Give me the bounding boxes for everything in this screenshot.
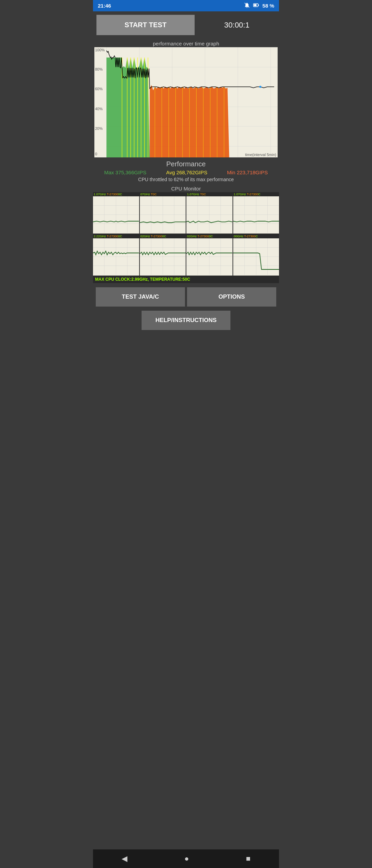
cpu-mini-graph-5 <box>140 238 186 275</box>
cpu-mini-graph-4 <box>93 238 139 275</box>
y-label-20: 20% <box>95 126 103 131</box>
graph-title: performance over time graph <box>94 39 278 47</box>
cpu-grid: 1.07GHz T-273000C 07GHz T0C <box>93 192 279 276</box>
cpu-mini-graph-1 <box>140 196 186 233</box>
cpu-cell-0-header: 1.07GHz T-273000C <box>93 192 139 196</box>
bottom-spacer <box>93 335 279 362</box>
cpu-mini-graph-6 <box>186 238 232 275</box>
svg-point-38 <box>259 86 261 88</box>
cpu-cell-6: 02GHz T-273000C <box>186 234 232 276</box>
y-label-40: 40% <box>95 107 103 111</box>
cpu-monitor-title: CPU Monitor <box>93 185 279 192</box>
y-label-100: 100% <box>95 48 105 52</box>
cpu-cell-5-header: 02GHz T-273000C <box>140 234 186 238</box>
perf-section: Performance Max 375,366GIPS Avg 268,762G… <box>93 157 279 184</box>
start-test-button[interactable]: START TEST <box>96 15 195 35</box>
cpu-mini-graph-0 <box>93 196 139 233</box>
cpu-cell-5: 02GHz T-273000C <box>140 234 186 276</box>
cpu-cell-4: 2.22GHz T-273000C <box>93 234 139 276</box>
cpu-cell-6-header: 02GHz T-273000C <box>186 234 232 238</box>
cpu-cell-3: 1.07GHz T-27300C <box>233 192 279 234</box>
battery-percent: 58 % <box>262 3 274 9</box>
y-label-60: 60% <box>95 87 103 91</box>
cpu-cell-1: 07GHz T0C <box>140 192 186 234</box>
cpu-mini-graph-3 <box>233 196 279 233</box>
cpu-max-info: MAX CPU CLOCK:2.99GHz, TEMPERATURE:50C <box>93 276 279 283</box>
performance-graph <box>94 47 278 157</box>
cpu-cell-2: 1.07GHz T0C <box>186 192 232 234</box>
perf-stats: Max 375,366GIPS Avg 268,762GIPS Min 223,… <box>94 169 278 175</box>
cpu-cell-4-header: 2.22GHz T-273000C <box>93 234 139 238</box>
top-controls: START TEST 30:00:1 <box>93 11 279 39</box>
buttons-row: TEST JAVA/C OPTIONS <box>93 283 279 309</box>
test-java-c-button[interactable]: TEST JAVA/C <box>96 287 185 307</box>
perf-title: Performance <box>94 160 278 168</box>
stat-min: Min 223,718GIPS <box>227 169 268 175</box>
battery-icon <box>253 2 260 9</box>
timer-display: 30:00:1 <box>198 21 276 30</box>
cpu-cell-0: 1.07GHz T-273000C <box>93 192 139 234</box>
stat-max: Max 375,366GIPS <box>104 169 147 175</box>
stat-avg: Avg 268,762GIPS <box>166 169 207 175</box>
x-label: time(interval 5min) <box>245 153 276 157</box>
cpu-cell-7: 00GHz T-27300C <box>233 234 279 276</box>
help-btn-row: HELP/INSTRUCTIONS <box>93 309 279 335</box>
help-instructions-button[interactable]: HELP/INSTRUCTIONS <box>142 311 230 330</box>
options-button[interactable]: OPTIONS <box>187 287 276 307</box>
y-label-80: 80% <box>95 67 103 71</box>
cpu-cell-3-header: 1.07GHz T-27300C <box>233 192 279 196</box>
cpu-mini-graph-2 <box>186 196 232 233</box>
status-bar: 21:46 58 % <box>93 0 279 11</box>
bell-icon <box>244 2 250 9</box>
cpu-monitor-section: CPU Monitor 1.07GHz T-273000C 07GHz <box>93 184 279 283</box>
cpu-cell-2-header: 1.07GHz T0C <box>186 192 232 196</box>
cpu-mini-graph-7 <box>233 238 279 275</box>
svg-rect-2 <box>254 4 257 6</box>
y-label-0: 0 <box>95 152 97 156</box>
perf-throttle: CPU throttled to 62% of its max performa… <box>94 177 278 182</box>
cpu-cell-1-header: 07GHz T0C <box>140 192 186 196</box>
time-display: 21:46 <box>98 3 111 9</box>
status-right: 58 % <box>244 2 274 9</box>
graph-container: 100% 80% 60% 40% 20% 0 time(interval 5mi… <box>94 47 278 157</box>
cpu-cell-7-header: 00GHz T-27300C <box>233 234 279 238</box>
graph-section: performance over time graph 100% 80% 60%… <box>93 39 279 157</box>
